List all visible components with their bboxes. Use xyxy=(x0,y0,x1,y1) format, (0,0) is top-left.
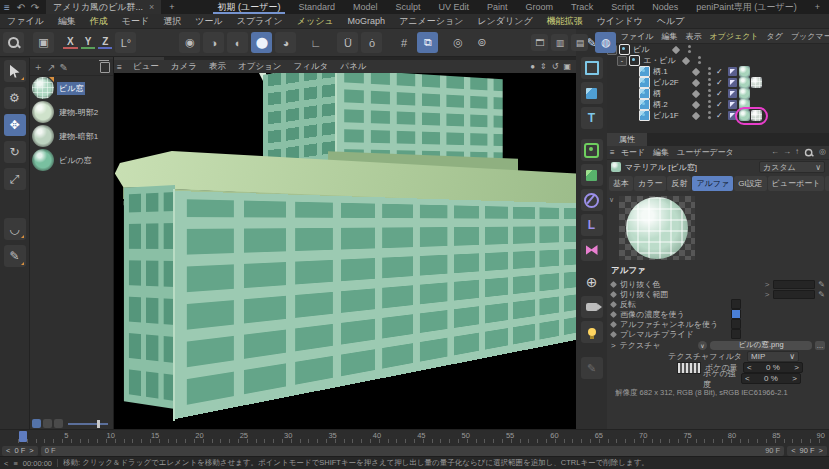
material-tag-icon[interactable] xyxy=(739,88,750,99)
spline-mask-icon[interactable] xyxy=(581,189,603,211)
channel-tab[interactable]: 適用 xyxy=(825,176,829,191)
render-view-icon[interactable]: 🗔 xyxy=(531,34,548,51)
layout-tab[interactable]: Track xyxy=(562,0,602,14)
menu-item[interactable]: ウインドウ xyxy=(590,15,650,28)
start-frame-stepper[interactable]: < 0 F > xyxy=(2,446,38,456)
layer-diamond-icon[interactable] xyxy=(692,100,700,108)
channel-tab[interactable]: アルファ xyxy=(692,176,733,191)
viewport-menu-item[interactable]: フィルタ xyxy=(287,61,334,73)
menu-item[interactable]: 作成 xyxy=(83,15,115,28)
shading-gouraud-icon[interactable]: ◉ xyxy=(179,32,200,53)
layout-tab[interactable]: 初期 (ユーザー) xyxy=(209,0,290,14)
visibility-dots-icon[interactable] xyxy=(707,111,712,120)
menu-item[interactable]: アニメーション xyxy=(392,15,470,28)
text-object-icon[interactable]: T xyxy=(581,107,603,129)
hamburger-menu-icon[interactable]: ≡ xyxy=(0,2,14,13)
camera-object-icon[interactable] xyxy=(581,296,603,318)
grid-icon[interactable]: # xyxy=(393,32,414,53)
material-tag-icon[interactable] xyxy=(739,66,750,77)
browse-texture-button[interactable]: … xyxy=(815,341,825,350)
channel-tab[interactable]: GI設定 xyxy=(734,176,766,191)
material-item[interactable]: 建物-明部2 xyxy=(30,100,113,124)
channel-tab[interactable]: カラー xyxy=(634,176,666,191)
hamburger-menu-icon[interactable]: ≡ xyxy=(13,459,17,468)
channel-tab[interactable]: 反射 xyxy=(667,176,691,191)
cube-primitive-icon[interactable] xyxy=(581,82,603,104)
visibility-dots-icon[interactable] xyxy=(707,67,712,76)
visibility-dots-icon[interactable] xyxy=(697,56,702,65)
layout-tab[interactable]: peniPaint専用 (ユーザー) xyxy=(687,0,805,14)
visibility-dots-icon[interactable] xyxy=(707,100,712,109)
undo-icon[interactable]: ↶ xyxy=(14,2,28,13)
layer-diamond-icon[interactable] xyxy=(692,67,700,75)
camera-orbit-icon[interactable]: ● xyxy=(530,62,535,71)
hamburger-menu-icon[interactable]: ≡ xyxy=(610,148,615,157)
menu-item[interactable]: 編集 xyxy=(51,15,83,28)
expand-icon[interactable]: > xyxy=(611,341,616,350)
layout-tab[interactable]: Groom xyxy=(517,0,563,14)
layout-tab[interactable]: UV Edit xyxy=(430,0,479,14)
axis-center-icon[interactable]: ȯ xyxy=(361,32,382,53)
om-menu-item[interactable]: 表示 xyxy=(681,31,705,42)
shading-hidden-line-icon[interactable]: ⬤ xyxy=(251,32,272,53)
axis-modification-icon[interactable]: ∟ xyxy=(305,32,326,53)
layer-diamond-icon[interactable] xyxy=(672,45,680,53)
object-tree-row[interactable]: - 柄.1 ✓ xyxy=(607,66,829,77)
layout-tab[interactable]: Paint xyxy=(478,0,517,14)
instance-axis-icon[interactable]: L xyxy=(581,214,603,236)
add-material-button[interactable]: ＋ xyxy=(33,60,43,74)
layer-diamond-icon[interactable] xyxy=(692,111,700,119)
param-diamond-icon[interactable] xyxy=(610,300,617,307)
menu-item[interactable]: スプライン xyxy=(230,15,290,28)
clip-color-field[interactable] xyxy=(773,280,815,289)
texture-file-button[interactable]: ビルの窓.png xyxy=(710,341,812,350)
timeline-playhead[interactable] xyxy=(19,431,27,442)
enabled-check-icon[interactable]: ✓ xyxy=(716,78,726,87)
channel-tab[interactable]: ビューポート xyxy=(768,176,825,191)
param-diamond-icon[interactable] xyxy=(610,310,617,317)
snap-circle-icon[interactable]: ◎ xyxy=(447,32,468,53)
eyedropper-icon[interactable]: ✎ xyxy=(818,290,825,299)
material-tags[interactable] xyxy=(739,88,750,99)
material-tag-window-icon[interactable] xyxy=(751,77,762,88)
layout-tab[interactable]: Script xyxy=(602,0,643,14)
parent-icon[interactable]: ↑ xyxy=(795,147,799,159)
collapse-preview-icon[interactable]: ∨ xyxy=(609,196,617,260)
menu-item[interactable]: ツール xyxy=(188,15,229,28)
symmetry-polygon-icon[interactable] xyxy=(581,239,603,261)
clip-range-field[interactable] xyxy=(773,290,815,299)
expand-toggle-icon[interactable]: - xyxy=(617,56,627,66)
material-tag-window-icon[interactable] xyxy=(751,110,762,121)
render-settings-icon[interactable]: ◍ xyxy=(595,32,616,53)
viewport-menu-item[interactable]: オプション xyxy=(232,61,288,73)
end-frame-stepper[interactable]: < 90 F > xyxy=(787,446,827,456)
om-menu-item[interactable]: ブックマーク xyxy=(787,31,829,42)
light-object-icon[interactable] xyxy=(581,321,603,343)
material-item[interactable]: ビルの窓 xyxy=(30,148,113,172)
checkbox[interactable] xyxy=(731,309,741,319)
visibility-dots-icon[interactable] xyxy=(687,45,692,54)
channel-tab[interactable]: 基本 xyxy=(609,176,633,191)
phong-tag-icon[interactable] xyxy=(728,100,737,109)
layout-tab[interactable]: + xyxy=(806,0,829,14)
view-reset-icon[interactable]: ↺ xyxy=(552,62,559,71)
object-tree-row[interactable]: - エ・ビル ✓ xyxy=(607,55,829,66)
menu-item[interactable]: ヘルプ xyxy=(650,15,692,28)
visibility-dots-icon[interactable] xyxy=(707,89,712,98)
enabled-check-icon[interactable]: ✓ xyxy=(716,111,726,120)
checkbox[interactable] xyxy=(731,299,741,309)
new-tab-button[interactable]: + xyxy=(161,2,182,12)
eyedropper-icon[interactable]: ✎ xyxy=(59,62,67,73)
om-menu-item[interactable]: オブジェクト xyxy=(705,31,762,42)
enabled-check-icon[interactable]: ✓ xyxy=(716,100,726,109)
rectangle-spline-icon[interactable] xyxy=(581,57,603,79)
expand-icon[interactable]: > xyxy=(765,290,770,299)
camera-pan-icon[interactable]: ⇕ xyxy=(540,62,547,71)
volume-builder-icon[interactable] xyxy=(581,164,603,186)
shading-constant-icon[interactable]: ◐ xyxy=(227,32,248,53)
attr-menu-item[interactable]: 編集 xyxy=(649,147,673,158)
3d-scene[interactable] xyxy=(113,73,576,430)
object-tree-row[interactable]: - ビル1F ✓ xyxy=(607,110,829,121)
layout-tab[interactable]: Standard xyxy=(289,0,344,14)
collapse-icon[interactable]: < xyxy=(4,459,8,468)
